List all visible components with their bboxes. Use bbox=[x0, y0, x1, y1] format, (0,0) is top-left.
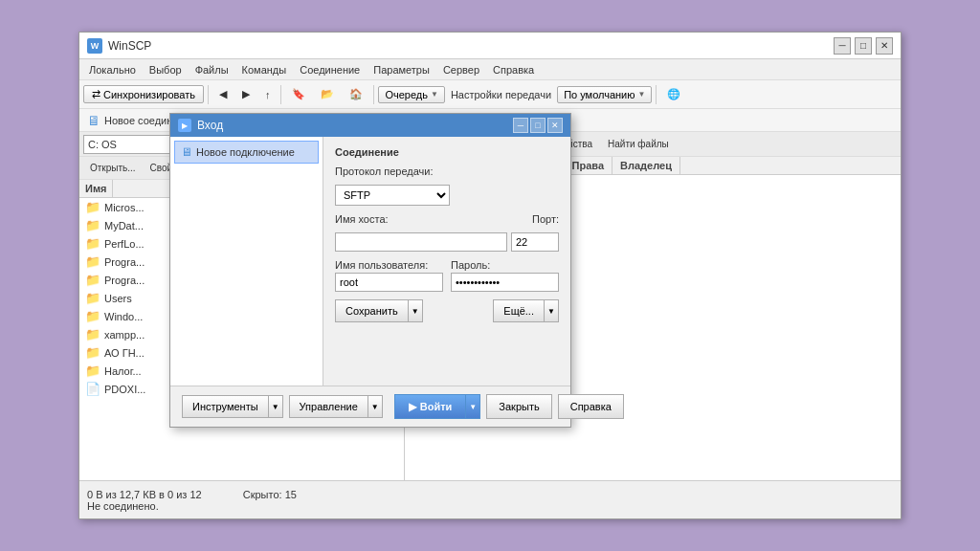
save-dropdown[interactable]: ▼ bbox=[408, 299, 423, 322]
menu-commands[interactable]: Команды bbox=[236, 62, 293, 77]
login-icon: ▶ bbox=[409, 401, 416, 413]
menu-server[interactable]: Сервер bbox=[437, 62, 485, 77]
toolbar-btn-2[interactable]: ▶ bbox=[235, 84, 256, 105]
open-btn[interactable]: Открыть... bbox=[83, 158, 143, 179]
app-icon: W bbox=[87, 38, 102, 54]
folder-icon: 📁 bbox=[85, 327, 100, 342]
connection-icon: 🖥 bbox=[181, 145, 192, 159]
toolbar-btn-5[interactable]: 📂 bbox=[314, 84, 341, 105]
close-button[interactable]: ✕ bbox=[876, 37, 893, 55]
port-label: Порт: bbox=[532, 213, 559, 225]
login-dropdown[interactable]: ▼ bbox=[465, 394, 480, 419]
dialog-footer: Инструменты ▼ Управление ▼ ▶ Войти ▼ Зак… bbox=[170, 386, 570, 427]
menu-parameters[interactable]: Параметры bbox=[368, 62, 435, 77]
close-dialog-button[interactable]: Закрыть bbox=[486, 394, 551, 419]
toolbar-globe[interactable]: 🌐 bbox=[660, 84, 687, 105]
folder-icon: 📁 bbox=[85, 364, 100, 378]
dialog-sidebar: 🖥 Новое подключение bbox=[170, 137, 323, 386]
folder-icon: 📁 bbox=[85, 236, 100, 251]
app-title: WinSCP bbox=[108, 39, 151, 53]
right-find-btn[interactable]: Найти файлы bbox=[601, 134, 676, 155]
folder-icon: 📁 bbox=[85, 291, 100, 305]
folder-icon: 📁 bbox=[85, 345, 100, 360]
right-header-owner: Владелец bbox=[612, 157, 680, 174]
dialog-maximize[interactable]: □ bbox=[530, 118, 546, 133]
folder-icon: 📁 bbox=[85, 309, 100, 323]
toolbar-sep-1 bbox=[208, 85, 209, 104]
menu-local[interactable]: Локально bbox=[83, 62, 142, 77]
password-label: Пароль: bbox=[451, 259, 559, 271]
new-connection-icon: 🖥 bbox=[87, 113, 100, 128]
menu-bar: Локально Выбор Файлы Команды Соединение … bbox=[79, 59, 901, 80]
toolbar-btn-6[interactable]: 🏠 bbox=[343, 84, 369, 105]
queue-dropdown-arrow: ▼ bbox=[431, 90, 438, 99]
toolbar-sep-3 bbox=[373, 85, 374, 104]
folder-icon: 📁 bbox=[85, 273, 100, 287]
sync-icon: ⇄ bbox=[92, 88, 100, 100]
more-btn-group: Ещё... ▼ bbox=[493, 299, 559, 322]
host-label-row: Имя хоста: Порт: bbox=[335, 213, 559, 225]
toolbar-btn-1[interactable]: ◀ bbox=[212, 84, 234, 105]
login-btn-group: ▶ Войти ▼ bbox=[394, 394, 481, 419]
status-bar: 0 В из 12,7 КВ в 0 из 12 Скрыто: 15 Не с… bbox=[79, 480, 901, 518]
menu-connection[interactable]: Соединение bbox=[294, 62, 366, 77]
minimize-button[interactable]: ─ bbox=[834, 37, 851, 55]
manage-dropdown[interactable]: ▼ bbox=[368, 395, 383, 418]
folder-icon: 📁 bbox=[85, 218, 100, 232]
status-line-2: Не соединено. bbox=[87, 500, 893, 512]
username-label: Имя пользователя: bbox=[335, 259, 443, 271]
new-connection-item[interactable]: 🖥 Новое подключение bbox=[174, 141, 319, 164]
dialog-content: 🖥 Новое подключение Соединение Протокол … bbox=[170, 137, 570, 386]
toolbar-btn-4[interactable]: 🔖 bbox=[285, 84, 312, 105]
header-name: Имя bbox=[79, 180, 113, 197]
host-label: Имя хоста: bbox=[335, 213, 389, 225]
dialog-title-bar: ▶ Вход ─ □ ✕ bbox=[170, 114, 570, 137]
user-pass-row: Имя пользователя: Пароль: bbox=[335, 259, 559, 292]
tools-button[interactable]: Инструменты bbox=[182, 395, 268, 418]
port-input[interactable]: 22 bbox=[511, 232, 559, 252]
protocol-label: Протокол передачи: bbox=[335, 165, 434, 177]
main-toolbar: ⇄ Синхронизировать ◀ ▶ ↑ 🔖 📂 🏠 Очередь ▼… bbox=[79, 80, 901, 109]
tools-dropdown[interactable]: ▼ bbox=[268, 395, 283, 418]
manage-btn-group: Управление ▼ bbox=[289, 395, 383, 418]
toolbar-btn-3[interactable]: ↑ bbox=[258, 84, 278, 105]
folder-icon: 📁 bbox=[85, 254, 100, 269]
user-col: Имя пользователя: bbox=[335, 259, 443, 292]
queue-button[interactable]: Очередь ▼ bbox=[378, 86, 444, 103]
save-btn-group: Сохранить ▼ bbox=[335, 299, 423, 322]
toolbar-sep-4 bbox=[656, 85, 657, 104]
default-dropdown-arrow: ▼ bbox=[638, 90, 646, 99]
host-port-row: 22 bbox=[335, 232, 559, 252]
default-button[interactable]: По умолчанию ▼ bbox=[557, 86, 652, 103]
manage-button[interactable]: Управление bbox=[289, 395, 368, 418]
menu-files[interactable]: Файлы bbox=[189, 62, 234, 77]
file-icon: 📄 bbox=[85, 382, 100, 396]
username-input[interactable] bbox=[335, 273, 443, 292]
login-button[interactable]: ▶ Войти bbox=[394, 394, 466, 419]
toolbar-sep-2 bbox=[280, 85, 281, 104]
dialog-form: Соединение Протокол передачи: SFTP FTP S… bbox=[323, 137, 570, 386]
save-more-row: Сохранить ▼ Ещё... ▼ bbox=[335, 299, 559, 322]
maximize-button[interactable]: □ bbox=[855, 37, 872, 55]
connection-section-title: Соединение bbox=[335, 146, 559, 158]
status-line-1: 0 В из 12,7 КВ в 0 из 12 Скрыто: 15 bbox=[87, 489, 893, 500]
dialog-title: Вход bbox=[197, 119, 223, 132]
more-button[interactable]: Ещё... bbox=[493, 299, 544, 322]
password-input[interactable] bbox=[451, 273, 559, 292]
help-button[interactable]: Справка bbox=[558, 394, 624, 419]
protocol-row: Протокол передачи: bbox=[335, 165, 559, 177]
protocol-select[interactable]: SFTP FTP SCP bbox=[335, 185, 450, 206]
right-header-rights: Права bbox=[565, 157, 612, 174]
login-dialog: ▶ Вход ─ □ ✕ 🖥 Новое подключение Соедине… bbox=[169, 113, 571, 428]
dialog-close[interactable]: ✕ bbox=[547, 118, 563, 133]
more-dropdown[interactable]: ▼ bbox=[544, 299, 559, 322]
save-button[interactable]: Сохранить bbox=[335, 299, 408, 322]
menu-select[interactable]: Выбор bbox=[144, 62, 188, 77]
sync-button[interactable]: ⇄ Синхронизировать bbox=[83, 85, 204, 103]
tools-btn-group: Инструменты ▼ bbox=[182, 395, 283, 418]
dialog-minimize[interactable]: ─ bbox=[513, 118, 528, 133]
host-input[interactable] bbox=[335, 232, 507, 252]
dialog-icon: ▶ bbox=[178, 119, 191, 132]
protocol-select-row: SFTP FTP SCP bbox=[335, 185, 559, 206]
menu-help[interactable]: Справка bbox=[487, 62, 540, 77]
